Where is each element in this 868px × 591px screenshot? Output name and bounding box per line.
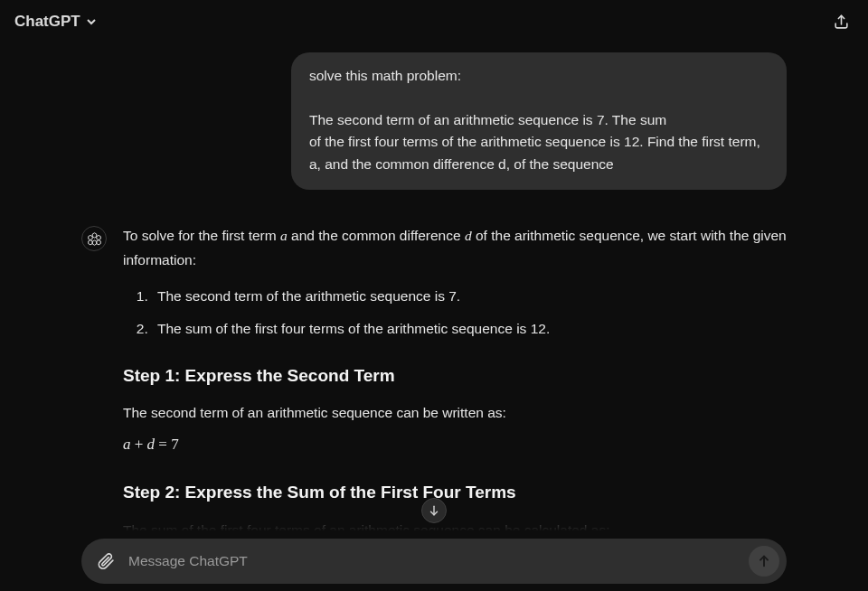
given-info-list: The second term of the arithmetic sequen… — [123, 285, 787, 342]
conversation-area: solve this math problem: The second term… — [0, 43, 868, 537]
list-item: The second term of the arithmetic sequen… — [152, 285, 787, 308]
assistant-avatar — [81, 226, 107, 251]
assistant-intro: To solve for the first term a and the co… — [123, 224, 787, 272]
assistant-message: To solve for the first term a and the co… — [81, 224, 787, 537]
arrow-down-icon — [428, 504, 440, 517]
step-heading: Step 2: Express the Sum of the First Fou… — [123, 478, 787, 507]
step-text: The second term of an arithmetic sequenc… — [123, 401, 787, 425]
model-selector[interactable]: ChatGPT — [14, 13, 97, 31]
header: ChatGPT — [0, 0, 868, 43]
arrow-up-icon — [757, 554, 771, 568]
step-text: The sum of the first four terms of an ar… — [123, 519, 787, 537]
assistant-content: To solve for the first term a and the co… — [123, 224, 787, 537]
model-name: ChatGPT — [14, 13, 80, 31]
chevron-down-icon — [86, 16, 97, 27]
equation: a + d = 7 — [123, 432, 787, 458]
openai-icon — [87, 231, 102, 247]
user-message: solve this math problem: The second term… — [291, 52, 787, 190]
composer — [81, 539, 787, 584]
attach-button[interactable] — [94, 549, 118, 573]
send-button[interactable] — [749, 546, 779, 577]
step-heading: Step 1: Express the Second Term — [123, 361, 787, 390]
message-input[interactable] — [128, 553, 738, 569]
scroll-to-bottom-button[interactable] — [421, 498, 447, 523]
share-button[interactable] — [828, 9, 854, 34]
share-icon — [833, 14, 850, 31]
paperclip-icon — [97, 552, 115, 570]
list-item: The sum of the first four terms of the a… — [152, 317, 787, 341]
